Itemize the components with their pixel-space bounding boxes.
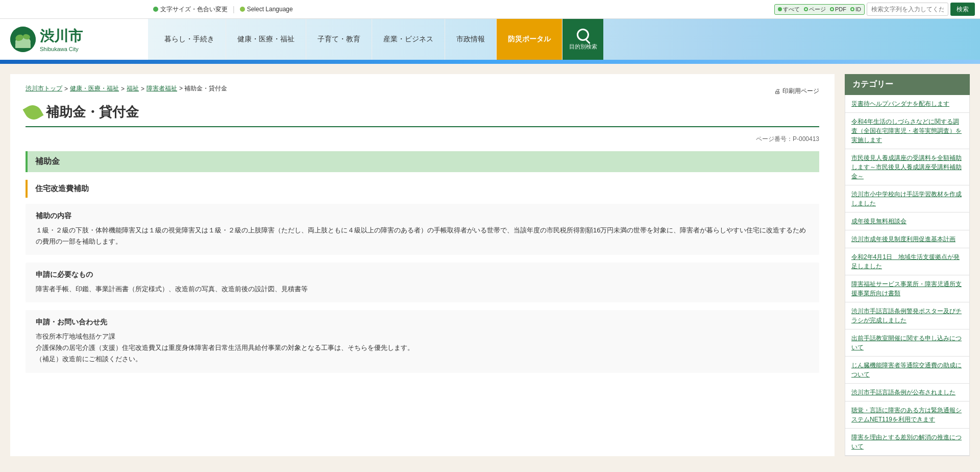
language-dot <box>240 7 245 12</box>
title-leaf-icon <box>23 102 44 123</box>
sidebar-link-5[interactable]: 渋川市成年後見制度利用促進基本計画 <box>845 230 969 248</box>
breadcrumb-sep1: > <box>64 85 68 92</box>
sidebar-link-10[interactable]: じん臓機能障害者等通院交通費の助成について <box>845 357 969 383</box>
breadcrumb-welfare[interactable]: 福祉 <box>127 84 139 93</box>
content-box-1: 補助の内容 １級・２級の下肢・体幹機能障害又は１級の視覚障害又は１級・２級の上肢… <box>26 204 819 255</box>
box2-title: 申請に必要なもの <box>36 270 809 279</box>
radio-page[interactable]: ページ <box>804 6 826 13</box>
city-name: 渋川市 <box>40 27 83 46</box>
list-item: 市民後見人養成講座の受講料を全額補助します～市民後見人養成講座受講料補助金～ <box>845 149 969 185</box>
box2-text: 障害者手帳、印鑑、事業計画書（所定様式）、改造前の写真、改造前後の設計図、見積書… <box>36 284 809 295</box>
radio-all[interactable]: すべて <box>778 6 800 13</box>
breadcrumb-current: > 補助金・貸付金 <box>179 84 227 93</box>
main-wrapper: 渋川市トップ > 健康・医療・福祉 > 福祉 > 障害者福祉 > 補助金・貸付金… <box>0 64 980 466</box>
list-item: じん臓機能障害者等通院交通費の助成について <box>845 357 969 384</box>
list-item: 渋川市手話言語条例が公布されました <box>845 384 969 402</box>
radio-id[interactable]: ID <box>850 6 861 12</box>
list-item: 成年後見無料相談会 <box>845 213 969 230</box>
print-link[interactable]: 🖨 印刷用ページ <box>774 87 819 96</box>
printer-icon: 🖨 <box>774 88 780 95</box>
nav-item-disaster[interactable]: 防災ポータル <box>497 19 562 60</box>
radio-id-label: ID <box>855 6 861 12</box>
list-item: 障害を理由とする差別の解消の推進について <box>845 429 969 456</box>
breadcrumb-sep2: > <box>121 85 125 92</box>
font-color-dot <box>153 7 158 12</box>
radio-page-label: ページ <box>809 6 826 13</box>
radio-dot-all <box>778 7 782 11</box>
content-box-3: 申請・お問い合わせ先 市役所本庁地域包括ケア課 介護保険の居宅介護（支援）住宅改… <box>26 310 819 372</box>
radio-pdf[interactable]: PDF <box>830 6 846 12</box>
box1-title: 補助の内容 <box>36 211 809 221</box>
search-type-group: すべて ページ PDF ID <box>774 4 865 15</box>
content-area: 渋川市トップ > 健康・医療・福祉 > 福祉 > 障害者福祉 > 補助金・貸付金… <box>10 74 835 456</box>
sidebar-link-6[interactable]: 令和2年4月1日 地域生活支援拠点が発足しました <box>845 248 969 275</box>
nav-item-childcare[interactable]: 子育て・教育 <box>306 19 372 60</box>
search-button[interactable]: 検索 <box>950 3 975 16</box>
sidebar-link-11[interactable]: 渋川市手話言語条例が公布されました <box>845 384 969 401</box>
content-box-2: 申請に必要なもの 障害者手帳、印鑑、事業計画書（所定様式）、改造前の写真、改造前… <box>26 263 819 302</box>
list-item: 障害福祉サービス事業所・障害児通所支援事業所向け書類 <box>845 275 969 302</box>
sidebar-list: 災書待ヘルプバンダナを配布します 令和4年生活のしづらさなどに関する調査（全国在… <box>845 95 970 456</box>
radio-dot-id <box>850 7 854 11</box>
sidebar-link-13[interactable]: 障害を理由とする差別の解消の推進について <box>845 429 969 455</box>
sidebar: カテゴリー 災書待ヘルプバンダナを配布します 令和4年生活のしづらさなどに関する… <box>845 74 970 456</box>
list-item: 令和4年生活のしづらさなどに関する調査（全国在宅障害児・者等実態調査）を実施しま… <box>845 113 969 149</box>
separator: | <box>233 5 235 13</box>
sidebar-link-2[interactable]: 市民後見人養成講座の受講料を全額補助します～市民後見人養成講座受講料補助金～ <box>845 149 969 185</box>
sidebar-link-8[interactable]: 渋川市手話言語条例警発ポスター及びチラシが完成しました <box>845 302 969 329</box>
list-item: 渋川市成年後見制度利用促進基本計画 <box>845 230 969 248</box>
nav-search-label: 目的別検索 <box>569 43 597 51</box>
nav-item-living[interactable]: 暮らし・手続き <box>153 19 226 60</box>
breadcrumb-row: 渋川市トップ > 健康・医療・福祉 > 福祉 > 障害者福祉 > 補助金・貸付金… <box>26 84 819 98</box>
nav-item-industry[interactable]: 産業・ビジネス <box>372 19 445 60</box>
list-item: 渋川市手話言語条例警発ポスター及びチラシが完成しました <box>845 302 969 329</box>
list-item: 出前手話教室開催に関する申し込みについて <box>845 329 969 357</box>
breadcrumb-sep3: > <box>141 85 144 92</box>
font-color-label: 文字サイズ・色合い変更 <box>160 5 228 14</box>
sidebar-link-7[interactable]: 障害福祉サービス事業所・障害児通所支援事業所向け書類 <box>845 275 969 302</box>
search-area: すべて ページ PDF ID 検索 <box>774 3 975 16</box>
sub-section-housing: 住宅改造費補助 <box>26 180 819 198</box>
title-divider <box>26 126 819 127</box>
page-title-area: 補助金・貸付金 <box>26 103 819 121</box>
list-item: 災書待ヘルプバンダナを配布します <box>845 95 969 113</box>
list-item: 令和2年4月1日 地域生活支援拠点が発足しました <box>845 248 969 275</box>
sidebar-link-9[interactable]: 出前手話教室開催に関する申し込みについて <box>845 329 969 356</box>
radio-dot-pdf <box>830 7 834 11</box>
list-item: 聴覚・言語に障害のある方は緊急通報システムNET119を利用できます <box>845 402 969 429</box>
sidebar-link-3[interactable]: 渋川市小中学校向け手話学習教材を作成しました <box>845 185 969 212</box>
breadcrumb-disability[interactable]: 障害者福祉 <box>146 84 177 93</box>
nav-item-city[interactable]: 市政情報 <box>445 19 497 60</box>
logo-area: 渋川市 Shibukawa City <box>0 19 148 60</box>
header-main: 渋川市 Shibukawa City 暮らし・手続き 健康・医療・福祉 子育て・… <box>0 19 980 60</box>
search-icon <box>577 29 589 41</box>
box1-text: １級・２級の下肢・体幹機能障害又は１級の視覚障害又は１級・２級の上肢障害（ただし… <box>36 225 809 247</box>
section-header-subsidy: 補助金 <box>26 151 819 172</box>
logo-icon <box>10 27 36 52</box>
breadcrumb-health[interactable]: 健康・医療・福祉 <box>70 84 119 93</box>
nav-item-search[interactable]: 目的別検索 <box>562 19 603 60</box>
radio-dot-page <box>804 7 808 11</box>
language-label: Select Language <box>247 6 293 13</box>
box3-title: 申請・お問い合わせ先 <box>36 318 809 327</box>
sidebar-title: カテゴリー <box>845 74 970 95</box>
sidebar-link-0[interactable]: 災書待ヘルプバンダナを配布します <box>845 95 969 112</box>
page-number: ページ番号：P-000413 <box>26 135 819 144</box>
breadcrumb-top[interactable]: 渋川市トップ <box>26 84 62 93</box>
list-item: 渋川市小中学校向け手話学習教材を作成しました <box>845 185 969 213</box>
city-romanji: Shibukawa City <box>40 46 83 52</box>
font-color-change[interactable]: 文字サイズ・色合い変更 <box>153 5 228 14</box>
sidebar-link-1[interactable]: 令和4年生活のしづらさなどに関する調査（全国在宅障害児・者等実態調査）を実施しま… <box>845 113 969 149</box>
breadcrumb: 渋川市トップ > 健康・医療・福祉 > 福祉 > 障害者福祉 > 補助金・貸付金 <box>26 84 227 93</box>
top-bar: 文字サイズ・色合い変更 | Select Language すべて ページ PD… <box>0 0 980 19</box>
nav-item-health[interactable]: 健康・医療・福祉 <box>226 19 306 60</box>
blue-strip <box>0 60 980 64</box>
search-input[interactable] <box>867 3 948 16</box>
sidebar-link-4[interactable]: 成年後見無料相談会 <box>845 213 969 230</box>
box3-text: 市役所本庁地域包括ケア課 介護保険の居宅介護（支援）住宅改造費又は重度身体障害者… <box>36 331 809 365</box>
page-title: 補助金・貸付金 <box>46 103 139 121</box>
language-select[interactable]: Select Language <box>240 6 293 13</box>
sidebar-link-12[interactable]: 聴覚・言語に障害のある方は緊急通報システムNET119を利用できます <box>845 402 969 428</box>
print-label: 印刷用ページ <box>782 87 819 96</box>
radio-pdf-label: PDF <box>835 6 846 12</box>
